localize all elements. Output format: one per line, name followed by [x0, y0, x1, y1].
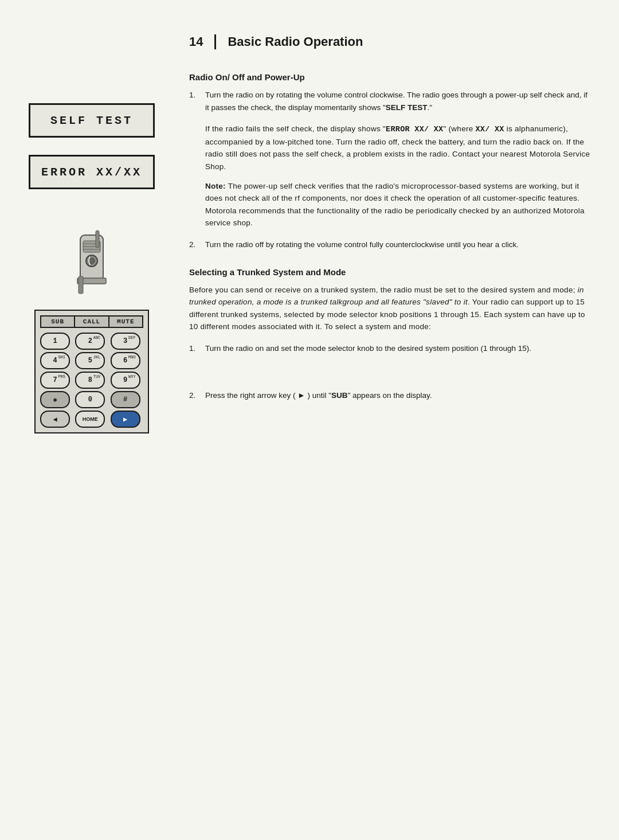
- error-text: ERROR XX/XX: [41, 166, 142, 179]
- s2-item1-text: Turn the radio on and set the mode selec…: [205, 342, 531, 355]
- self-test-display: SELF TEST: [29, 103, 155, 138]
- call-cell: CALL: [75, 317, 109, 327]
- page-title: Basic Radio Operation: [228, 34, 363, 49]
- keypad-panel: SUB CALL MUTE 1 ABC 2 DEF 3: [34, 310, 149, 433]
- keypad-display: SUB CALL MUTE: [40, 315, 143, 328]
- item2-text: Turn the radio off by rotating the volum…: [205, 239, 519, 251]
- key-star[interactable]: ✱: [40, 391, 70, 408]
- key-home[interactable]: HOME: [75, 411, 105, 428]
- key-1[interactable]: 1: [40, 333, 70, 350]
- sub-cell: SUB: [41, 317, 75, 327]
- error-paragraph: If the radio fails the self check, the d…: [205, 123, 590, 229]
- italic-talkgroup: in trunked operation, a mode is a trunke…: [189, 286, 584, 307]
- mute-cell: MUTE: [109, 317, 142, 327]
- key-4[interactable]: GHI 4: [40, 352, 70, 369]
- error-code-where: XX/ XX: [476, 125, 504, 134]
- self-test-text: SELF TEST: [50, 114, 133, 127]
- page-header: 14 Basic Radio Operation: [189, 34, 590, 49]
- item2-number: 2.: [189, 239, 201, 251]
- key-0[interactable]: 0: [75, 391, 105, 408]
- section1-item1: 1. Turn the radio on by rotating the vol…: [189, 89, 590, 114]
- section2-title: Selecting a Trunked System and Mode: [189, 267, 590, 277]
- key-7[interactable]: PRS 7: [40, 372, 70, 389]
- section2-item1: 1. Turn the radio on and set the mode se…: [189, 342, 590, 355]
- key-hash[interactable]: #: [111, 391, 140, 408]
- svg-rect-9: [79, 276, 83, 294]
- section1-item2: 2. Turn the radio off by rotating the vo…: [189, 239, 590, 251]
- error-display: ERROR XX/XX: [29, 155, 155, 189]
- error-code-mono: ERROR XX/ XX: [386, 125, 443, 134]
- key-6[interactable]: MNO 6: [111, 352, 140, 369]
- s2-item2-text: Press the right arrow key ( ► ) until "S…: [205, 389, 432, 402]
- s2-item2-number: 2.: [189, 389, 201, 402]
- section2-item2: 2. Press the right arrow key ( ► ) until…: [189, 389, 590, 402]
- key-5[interactable]: JKL 5: [75, 352, 105, 369]
- sub-bold: SUB: [331, 391, 348, 400]
- key-2[interactable]: ABC 2: [75, 333, 105, 350]
- self-test-bold: SELF TEST: [386, 103, 428, 112]
- left-column: SELF TEST ERROR XX/XX: [0, 23, 183, 817]
- page-number: 14: [189, 34, 216, 49]
- svg-point-6: [89, 258, 95, 264]
- numeric-keypad: 1 ABC 2 DEF 3 GHI 4 JKL 5: [40, 333, 143, 428]
- radio-illustration: [66, 229, 117, 298]
- s2-item1-number: 1.: [189, 342, 201, 355]
- note-label: Note:: [205, 182, 226, 190]
- section2-intro-paragraph: Before you can send or receive on a trun…: [189, 284, 590, 333]
- key-3[interactable]: DEF 3: [111, 333, 140, 350]
- item1-number: 1.: [189, 89, 201, 114]
- key-9[interactable]: WXY 9: [111, 372, 140, 389]
- key-arrow-right[interactable]: ▶: [111, 411, 140, 428]
- section1-title: Radio On/ Off and Power-Up: [189, 72, 590, 82]
- right-column: 14 Basic Radio Operation Radio On/ Off a…: [183, 23, 619, 817]
- item1-text: Turn the radio on by rotating the volume…: [205, 89, 590, 114]
- key-arrow-left[interactable]: ◀: [40, 411, 70, 428]
- section-radio-onoff: Radio On/ Off and Power-Up 1. Turn the r…: [189, 72, 590, 251]
- key-8[interactable]: TUV 8: [75, 372, 105, 389]
- svg-rect-7: [96, 230, 99, 248]
- section-trunked: Selecting a Trunked System and Mode Befo…: [189, 267, 590, 402]
